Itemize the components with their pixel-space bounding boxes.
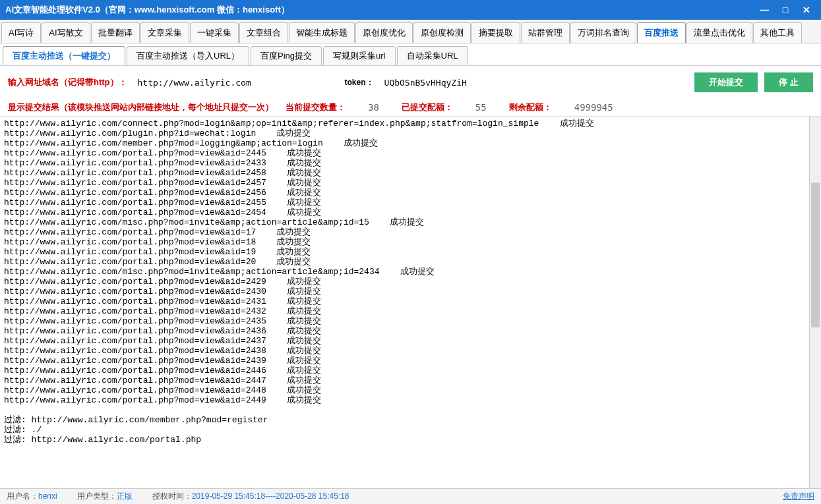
token-input[interactable] bbox=[380, 76, 500, 90]
main-tab-6[interactable]: 智能生成标题 bbox=[289, 22, 355, 43]
main-tab-1[interactable]: AI写散文 bbox=[42, 22, 90, 43]
submitted-quota-label: 已提交配额： bbox=[402, 101, 453, 113]
window-controls: ― □ ✕ bbox=[755, 3, 816, 16]
current-count-label: 当前提交数量： bbox=[286, 101, 346, 113]
main-tab-8[interactable]: 原创度检测 bbox=[413, 22, 471, 43]
sub-tabs: 百度主动推送（一键提交）百度主动推送（导入URL）百度Ping提交写规则采集ur… bbox=[0, 43, 821, 66]
scroll-thumb[interactable] bbox=[811, 182, 820, 327]
main-tab-2[interactable]: 批量翻译 bbox=[91, 22, 140, 43]
main-tab-10[interactable]: 站群管理 bbox=[521, 22, 570, 43]
sub-tab-1[interactable]: 百度主动推送（导入URL） bbox=[127, 46, 249, 65]
stop-button[interactable]: 停 止 bbox=[764, 72, 813, 92]
main-tab-14[interactable]: 其他工具 bbox=[753, 22, 802, 43]
status-type: 用户类型：正版 bbox=[77, 491, 133, 502]
main-tab-0[interactable]: AI写诗 bbox=[1, 22, 41, 43]
start-submit-button[interactable]: 开始提交 bbox=[694, 72, 758, 92]
submitted-quota-value: 55 bbox=[465, 102, 497, 113]
domain-input[interactable] bbox=[134, 76, 292, 90]
maximize-button[interactable]: □ bbox=[776, 3, 795, 16]
domain-label: 输入网址域名（记得带http）： bbox=[8, 76, 127, 88]
main-tab-4[interactable]: 一键采集 bbox=[190, 22, 239, 43]
sub-tab-3[interactable]: 写规则采集url bbox=[323, 46, 395, 65]
current-count-value: 38 bbox=[357, 102, 390, 113]
sub-tab-2[interactable]: 百度Ping提交 bbox=[251, 46, 322, 65]
statusbar: 用户名：henxi 用户类型：正版 授权时间：2019-05-29 15:45:… bbox=[0, 488, 821, 504]
main-tab-9[interactable]: 摘要提取 bbox=[471, 22, 520, 43]
main-tab-3[interactable]: 文章采集 bbox=[140, 22, 189, 43]
main-tab-7[interactable]: 原创度优化 bbox=[355, 22, 413, 43]
main-tab-5[interactable]: 文章组合 bbox=[239, 22, 288, 43]
token-label: token： bbox=[345, 77, 374, 88]
log-container: http://www.ailyric.com/connect.php?mod=l… bbox=[0, 116, 821, 488]
titlebar: AI文章智能处理软件V2.0（官网：www.henxisoft.com 微信：h… bbox=[0, 0, 821, 20]
sub-tab-4[interactable]: 自动采集URL bbox=[397, 46, 468, 65]
window-title: AI文章智能处理软件V2.0（官网：www.henxisoft.com 微信：h… bbox=[5, 4, 755, 16]
main-tabs: AI写诗AI写散文批量翻译文章采集一键采集文章组合智能生成标题原创度优化原创度检… bbox=[0, 20, 821, 43]
minimize-button[interactable]: ― bbox=[755, 3, 774, 16]
main-tab-12[interactable]: 百度推送 bbox=[637, 22, 686, 43]
remaining-quota-label: 剩余配额： bbox=[509, 101, 552, 113]
scrollbar[interactable] bbox=[809, 117, 821, 488]
close-button[interactable]: ✕ bbox=[797, 3, 816, 16]
sub-tab-0[interactable]: 百度主动推送（一键提交） bbox=[3, 46, 125, 65]
status-auth: 授权时间：2019-05-29 15:45:18----2020-05-28 1… bbox=[152, 491, 350, 502]
log-output[interactable]: http://www.ailyric.com/connect.php?mod=l… bbox=[0, 117, 809, 488]
remaining-quota-value: 4999945 bbox=[564, 102, 624, 113]
disclaimer-link[interactable]: 免责声明 bbox=[783, 491, 814, 502]
input-row: 输入网址域名（记得带http）： token： 开始提交 停 止 bbox=[0, 66, 821, 99]
main-tab-13[interactable]: 流量点击优化 bbox=[686, 22, 752, 43]
main-tab-11[interactable]: 万词排名查询 bbox=[570, 22, 636, 43]
result-title: 显示提交结果（该模块推送网站内部链接地址，每个地址只提交一次） bbox=[8, 101, 274, 113]
status-user: 用户名：henxi bbox=[7, 491, 57, 502]
result-header: 显示提交结果（该模块推送网站内部链接地址，每个地址只提交一次） 当前提交数量： … bbox=[0, 99, 821, 116]
